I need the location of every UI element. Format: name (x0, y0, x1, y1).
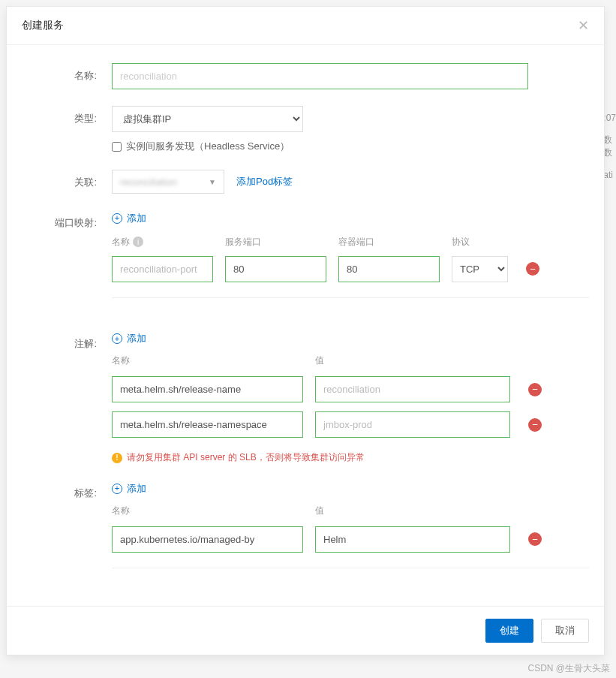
tag-name-input[interactable] (112, 526, 303, 553)
watermark: CSDN @生骨大头菜 (527, 662, 610, 675)
port-header-container: 容器端口 (338, 236, 440, 249)
service-port-input[interactable] (225, 256, 326, 282)
add-pod-label-link[interactable]: 添加Pod标签 (236, 175, 293, 188)
tag-header-name: 名称 (112, 505, 303, 517)
ann-header-value: 值 (315, 354, 510, 367)
headless-label: 实例间服务发现（Headless Service） (126, 140, 290, 153)
name-input[interactable] (112, 63, 528, 89)
ann-name-input[interactable] (112, 376, 303, 402)
remove-annotation-icon[interactable]: − (528, 383, 542, 396)
type-select[interactable]: 虚拟集群IP (112, 106, 303, 132)
remove-port-icon[interactable]: − (526, 262, 539, 276)
port-header-name: 名称 (112, 236, 130, 249)
annotation-row: − (112, 376, 589, 402)
tag-value-input[interactable] (315, 526, 510, 553)
background-text: :07数数ati (603, 113, 616, 180)
warning-message: ! 请勿复用集群 API server 的 SLB，否则将导致集群访问异常 (112, 451, 589, 464)
plus-icon: + (112, 213, 122, 224)
annotation-row: − (112, 411, 589, 438)
port-row: TCP − (112, 256, 589, 282)
protocol-select[interactable]: TCP (452, 256, 508, 282)
port-name-input[interactable] (112, 256, 213, 282)
tag-row: − (112, 526, 589, 553)
headless-checkbox[interactable] (112, 142, 122, 152)
cancel-button[interactable]: 取消 (541, 619, 589, 643)
info-icon: i (133, 237, 143, 247)
port-mapping-label: 端口映射: (22, 210, 112, 315)
name-label: 名称: (22, 63, 112, 89)
plus-icon: + (112, 484, 122, 494)
ann-value-input[interactable] (315, 411, 510, 438)
ann-name-input[interactable] (112, 411, 303, 438)
confirm-button[interactable]: 创建 (485, 619, 533, 643)
warning-icon: ! (112, 453, 122, 463)
port-header-service: 服务端口 (225, 236, 326, 249)
port-header-protocol: 协议 (452, 236, 508, 249)
modal-title: 创建服务 (22, 19, 64, 32)
ann-header-name: 名称 (112, 354, 303, 367)
add-annotation-button[interactable]: + 添加 (112, 332, 146, 345)
relation-dropdown[interactable]: reconciliation ▼ (112, 170, 224, 194)
tag-header-value: 值 (315, 505, 510, 517)
annotation-label: 注解: (22, 331, 112, 465)
chevron-down-icon: ▼ (209, 178, 216, 186)
ann-value-input[interactable] (315, 376, 510, 402)
close-icon[interactable]: ✕ (578, 17, 589, 34)
remove-tag-icon[interactable]: − (528, 532, 542, 546)
tags-label: 标签: (22, 481, 112, 585)
add-tag-button[interactable]: + 添加 (112, 482, 146, 496)
modal-footer: 创建 取消 (7, 606, 604, 655)
relation-label: 关联: (22, 170, 112, 194)
type-label: 类型: (22, 106, 112, 153)
plus-icon: + (112, 333, 122, 344)
remove-annotation-icon[interactable]: − (528, 418, 542, 432)
add-port-button[interactable]: + 添加 (112, 212, 146, 225)
modal-body: 名称: 类型: 虚拟集群IP 实例间服务发现（Headless Service）… (7, 45, 604, 606)
modal-header: 创建服务 ✕ (7, 7, 604, 45)
container-port-input[interactable] (338, 256, 440, 282)
create-service-modal: 创建服务 ✕ 名称: 类型: 虚拟集群IP 实例间服务发现（Headless S… (6, 6, 605, 655)
